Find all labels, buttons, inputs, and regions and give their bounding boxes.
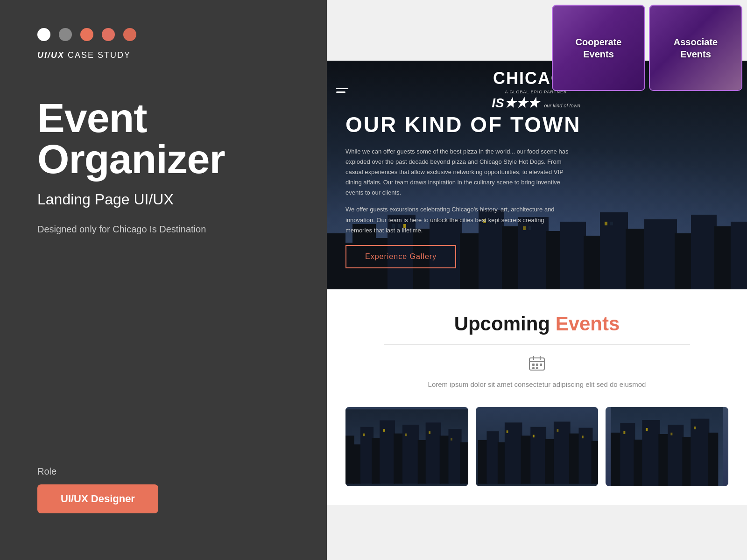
svg-rect-46 (402, 425, 419, 484)
svg-rect-43 (372, 438, 381, 484)
brand-rest: CASE STUDY (64, 50, 131, 60)
svg-rect-52 (363, 434, 365, 436)
dot-1 (37, 28, 50, 41)
svg-rect-86 (694, 427, 696, 429)
description: Designed only for Chicago Is Destination (37, 222, 289, 236)
hero-title: OUR KIND OF TOWN (345, 112, 728, 137)
role-label: Role (37, 466, 289, 477)
svg-rect-84 (646, 428, 648, 431)
cooperate-card-overlay: CooperateEvents (553, 6, 644, 90)
sub-title: Landing Page UI/UX (37, 191, 289, 208)
calendar-icon-row (345, 354, 728, 373)
svg-rect-78 (659, 434, 669, 486)
svg-rect-70 (533, 435, 535, 438)
dot-3 (80, 28, 93, 41)
upcoming-black-text: Upcoming (454, 313, 556, 335)
svg-rect-67 (578, 428, 592, 484)
associate-events-card[interactable]: AssociateEvents (649, 5, 742, 91)
svg-rect-71 (557, 429, 558, 432)
divider-line (384, 344, 690, 345)
dot-5 (123, 28, 136, 41)
svg-rect-62 (521, 436, 531, 484)
hero-body: While we can offer guests some of the be… (345, 147, 570, 236)
top-cards-row: CooperateEvents AssociateEvents (552, 0, 747, 91)
dot-2 (59, 28, 72, 41)
svg-rect-60 (498, 442, 506, 484)
chicago-is-row: IS★★★ our kind of town (492, 95, 580, 111)
upcoming-orange-text: Events (556, 313, 620, 335)
svg-rect-42 (360, 427, 374, 484)
svg-rect-20 (731, 222, 747, 289)
svg-rect-66 (569, 434, 579, 484)
city-cards-row (345, 407, 728, 486)
svg-rect-80 (683, 437, 692, 486)
cooperate-card-label: CooperateEvents (576, 36, 622, 60)
svg-rect-45 (394, 434, 403, 484)
hamburger-menu-icon[interactable] (336, 88, 348, 93)
svg-rect-38 (536, 367, 538, 369)
city-card-1[interactable] (345, 407, 468, 486)
associate-card-overlay: AssociateEvents (650, 6, 741, 90)
svg-rect-54 (405, 434, 407, 436)
city-skyline-2 (476, 407, 599, 486)
city-card-2[interactable] (476, 407, 599, 486)
svg-rect-44 (380, 420, 395, 484)
svg-rect-41 (353, 444, 361, 483)
svg-rect-56 (451, 438, 452, 441)
svg-rect-51 (460, 442, 468, 484)
svg-rect-49 (440, 436, 450, 484)
svg-rect-55 (429, 431, 430, 434)
svg-rect-47 (418, 440, 427, 484)
brand-bold: UI/UX (37, 50, 64, 60)
svg-rect-72 (582, 436, 584, 439)
calendar-icon (528, 354, 546, 373)
chicago-tagline: our kind of town (544, 103, 580, 108)
hero-content: OUR KIND OF TOWN While we can offer gues… (345, 112, 728, 268)
main-title: Event Organizer (37, 98, 289, 180)
role-section: Role UI/UX Designer (37, 466, 289, 532)
svg-rect-82 (708, 433, 719, 486)
svg-rect-75 (620, 423, 635, 486)
svg-rect-34 (532, 364, 535, 366)
svg-rect-76 (634, 440, 643, 486)
svg-rect-40 (345, 436, 354, 484)
svg-rect-48 (426, 422, 441, 483)
svg-rect-53 (383, 429, 385, 432)
left-panel: UI/UX CASE STUDY Event Organizer Landing… (0, 0, 327, 560)
svg-rect-35 (536, 364, 538, 366)
city-card-3[interactable] (606, 407, 728, 486)
dot-4 (102, 28, 115, 41)
chicago-is-text: IS★★★ (492, 96, 539, 110)
city-skyline-3 (606, 407, 728, 486)
svg-rect-65 (554, 422, 571, 484)
upcoming-title: Upcoming Events (345, 313, 728, 335)
brand-label: UI/UX CASE STUDY (37, 50, 289, 60)
hamburger-line-2 (336, 91, 345, 93)
mockup-container: CHICAGO A GLOBAL EPIC PARTNER IS★★★ our … (327, 61, 747, 560)
svg-rect-74 (611, 433, 621, 486)
svg-rect-50 (448, 429, 461, 483)
svg-rect-58 (478, 440, 487, 484)
svg-rect-81 (691, 419, 710, 486)
svg-rect-64 (545, 439, 555, 484)
white-section: Upcoming Events Lorem ipsum dolor sit am… (327, 289, 747, 505)
hamburger-line-1 (336, 88, 348, 89)
svg-rect-69 (506, 430, 508, 433)
svg-rect-37 (532, 367, 535, 369)
svg-rect-83 (624, 431, 626, 434)
hero-section: CHICAGO A GLOBAL EPIC PARTNER IS★★★ our … (327, 61, 747, 289)
progress-dots (37, 28, 289, 41)
svg-rect-59 (486, 431, 499, 484)
svg-rect-85 (671, 433, 673, 435)
svg-rect-68 (591, 441, 598, 484)
hero-para-1: While we can offer guests some of the be… (345, 147, 570, 198)
lorem-text: Lorem ipsum dolor sit amet consectetur a… (345, 380, 728, 388)
role-badge[interactable]: UI/UX Designer (37, 484, 158, 513)
hero-para-2: We offer guests excursions celebrating C… (345, 204, 570, 235)
svg-rect-36 (540, 364, 542, 366)
gallery-button[interactable]: Experience Gallery (345, 245, 456, 268)
cooperate-events-card[interactable]: CooperateEvents (552, 5, 645, 91)
svg-rect-79 (668, 425, 684, 486)
city-skyline-1 (345, 407, 468, 486)
right-panel: CooperateEvents AssociateEvents (327, 0, 747, 560)
